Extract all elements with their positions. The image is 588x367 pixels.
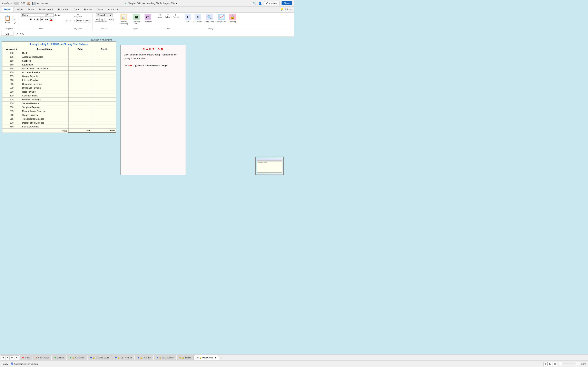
debit-cell[interactable] [68, 105, 92, 109]
redo-icon[interactable]: ↪ [41, 2, 44, 5]
profile-icon[interactable]: 👤 [259, 2, 262, 5]
credit-cell[interactable] [92, 101, 116, 105]
dec-dec-button[interactable]: 0. [111, 18, 114, 21]
currency-button[interactable]: $▾ [95, 18, 100, 22]
tab-draw[interactable]: Draw [26, 7, 36, 12]
bold-button[interactable]: B [29, 17, 33, 21]
debit-cell[interactable] [68, 86, 92, 90]
home-icon[interactable]: 🏠 [27, 2, 30, 5]
cut-button[interactable]: ✂ [12, 15, 17, 17]
debit-cell[interactable] [68, 71, 92, 75]
share-button[interactable]: Share [282, 1, 292, 5]
debit-cell[interactable] [68, 94, 92, 98]
credit-cell[interactable] [92, 109, 116, 113]
debit-cell[interactable] [68, 125, 92, 129]
number-format-select[interactable]: General Number Currency Accounting [96, 13, 112, 17]
dec-inc-button[interactable]: .0 [108, 18, 111, 21]
formula-input[interactable] [26, 33, 293, 35]
credit-cell[interactable] [92, 71, 116, 75]
tell-me-label[interactable]: Tell me [285, 8, 292, 11]
debit-cell[interactable] [68, 90, 92, 94]
merge-button[interactable]: Merge & Center [76, 19, 91, 22]
debit-cell[interactable] [68, 51, 92, 55]
copy-button[interactable]: ⧉ [12, 18, 17, 21]
tab-view[interactable]: View [95, 7, 105, 12]
insert-cells-button[interactable]: ➕ Insert [157, 13, 163, 18]
fill-color-button[interactable]: A▾ [44, 18, 48, 21]
tab-insert[interactable]: Insert [14, 7, 25, 12]
comma-button[interactable]: , [104, 18, 107, 22]
cancel-formula-icon[interactable]: ✕ [16, 32, 18, 35]
italic-button[interactable]: I [33, 17, 36, 21]
conditional-formatting-button[interactable]: 📊 Conditional Formatting [118, 13, 130, 25]
percent-button[interactable]: % [100, 18, 104, 22]
sensitivity-button[interactable]: 🔒 Sensitivity [228, 13, 237, 23]
find-select-button[interactable]: 🔍 Find & Select [204, 13, 215, 23]
debit-cell[interactable] [68, 82, 92, 86]
debit-cell[interactable] [68, 101, 92, 105]
debit-cell[interactable] [68, 75, 92, 78]
format-painter-button[interactable]: 🖌 [12, 21, 17, 24]
debit-cell[interactable] [68, 59, 92, 63]
font-inc-icon[interactable]: A↑ [54, 14, 57, 17]
tab-formulas[interactable]: Formulas [56, 7, 71, 12]
credit-cell[interactable] [92, 82, 116, 86]
debit-cell[interactable] [68, 117, 92, 121]
credit-cell[interactable] [92, 59, 116, 63]
debit-cell[interactable] [68, 78, 92, 82]
credit-cell[interactable] [92, 55, 116, 59]
comments-button[interactable]: Comments [264, 1, 279, 5]
sort-filter-button[interactable]: ⇅ Sort & Filter [193, 13, 203, 23]
debit-cell[interactable] [68, 109, 92, 113]
credit-cell[interactable] [92, 75, 116, 78]
underline-button[interactable]: U [36, 17, 40, 21]
border-button[interactable]: ⊞ [40, 17, 44, 21]
align-center-button[interactable]: ≡ [69, 19, 72, 23]
debit-cell[interactable] [68, 55, 92, 59]
credit-cell[interactable] [92, 63, 116, 67]
paste-button[interactable]: 📋 Paste [3, 13, 12, 25]
credit-cell[interactable] [92, 86, 116, 90]
save-icon[interactable]: 💾 [32, 2, 35, 5]
cell-reference-input[interactable]: E6 [1, 32, 13, 36]
credit-cell[interactable] [92, 125, 116, 129]
analyze-data-button[interactable]: 📈 Analyze Data [216, 13, 227, 23]
debit-cell[interactable] [68, 98, 92, 101]
sum-button[interactable]: Σ Sum [184, 13, 192, 23]
font-color-button[interactable]: A▾ [49, 18, 53, 21]
credit-cell[interactable] [92, 94, 116, 98]
credit-cell[interactable] [92, 90, 116, 94]
insert-function-icon[interactable]: fx [22, 32, 24, 36]
format-as-table-button[interactable]: ⊞ Format as Table [130, 13, 142, 25]
credit-cell[interactable] [92, 78, 116, 82]
align-right-button[interactable]: ≡ [73, 19, 76, 23]
font-size-input[interactable] [46, 13, 54, 17]
credit-cell[interactable] [92, 117, 116, 121]
undo-icon[interactable]: ↩ [37, 2, 40, 5]
credit-cell[interactable] [92, 113, 116, 117]
debit-cell[interactable] [68, 63, 92, 67]
search-icon[interactable]: 🔍 [253, 2, 256, 5]
debit-cell[interactable] [68, 67, 92, 71]
debit-cell[interactable] [68, 113, 92, 117]
credit-cell[interactable] [92, 51, 116, 55]
tab-review[interactable]: Review [82, 7, 95, 12]
tab-automate[interactable]: Automate [105, 7, 121, 12]
more-icon[interactable]: ••• [45, 2, 48, 5]
confirm-formula-icon[interactable]: ✓ [19, 32, 21, 35]
credit-cell[interactable] [92, 98, 116, 101]
font-dec-icon[interactable]: A↓ [58, 14, 61, 17]
cell-styles-button[interactable]: 🗂 Cell Styles [143, 13, 153, 25]
align-left-button[interactable]: ≡ [65, 19, 68, 23]
tab-page-layout[interactable]: Page Layout [36, 7, 55, 12]
delete-cells-button[interactable]: ➖ Delete [164, 13, 171, 18]
format-cells-button[interactable]: ⊞ Format [172, 13, 180, 18]
tab-home[interactable]: Home [2, 7, 14, 12]
credit-cell[interactable] [92, 121, 116, 125]
credit-cell[interactable] [92, 105, 116, 109]
wrap-text-button[interactable]: ⇔ Wrap Text [74, 13, 82, 18]
tab-data[interactable]: Data [71, 7, 81, 12]
credit-cell[interactable] [92, 67, 116, 71]
font-family-input[interactable] [21, 13, 46, 17]
autosave-toggle[interactable] [13, 2, 19, 5]
